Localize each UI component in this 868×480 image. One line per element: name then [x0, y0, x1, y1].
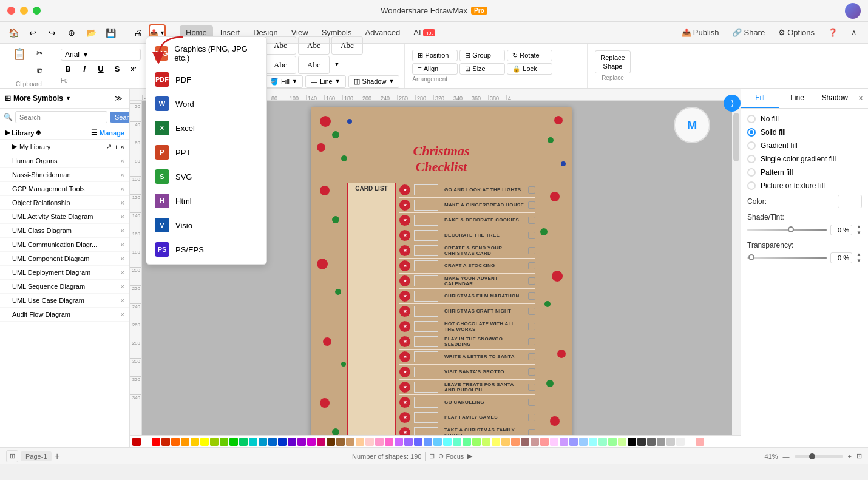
back-icon[interactable]: ↩: [24, 24, 41, 41]
my-lib-add-icon[interactable]: +: [114, 143, 118, 150]
style5-btn[interactable]: Abc: [298, 56, 330, 74]
style4-btn[interactable]: Abc: [265, 56, 296, 74]
search-button[interactable]: Search: [110, 112, 130, 123]
strikethrough-btn[interactable]: S: [110, 63, 124, 76]
color-swatch-#ffcc00[interactable]: [191, 438, 199, 446]
color-swatch-#663300[interactable]: [327, 438, 335, 446]
color-swatch-#99ff66[interactable]: [472, 438, 481, 446]
trans-up-btn[interactable]: ▲: [856, 252, 862, 258]
color-swatch-#9999ff[interactable]: [569, 438, 578, 446]
color-swatch-#6666ff[interactable]: [414, 438, 422, 446]
color-swatch-#0066cc[interactable]: [268, 438, 277, 446]
color-swatch-#9900cc[interactable]: [297, 438, 306, 446]
shade-handle[interactable]: [788, 226, 794, 232]
color-swatch-#ffcccc[interactable]: [365, 438, 374, 446]
superscript-btn[interactable]: x²: [126, 63, 141, 76]
color-swatch-#66ff99[interactable]: [463, 438, 471, 446]
sidebar-item-nassi-shneiderman[interactable]: Nassi-Shneiderman×: [0, 168, 129, 182]
forward-icon[interactable]: ↪: [44, 24, 61, 41]
export-item-ps/eps[interactable]: PS PS/EPS: [146, 237, 266, 262]
zoom-handle[interactable]: [809, 453, 815, 459]
color-swatch-#99ff99[interactable]: [608, 438, 617, 446]
minimize-button[interactable]: [20, 7, 28, 15]
remove-icon[interactable]: ×: [121, 185, 124, 192]
search-input[interactable]: [15, 111, 107, 123]
ci-check[interactable]: [528, 368, 535, 376]
zoom-slider[interactable]: [795, 455, 843, 458]
remove-icon[interactable]: ×: [121, 157, 124, 164]
fill-btn[interactable]: 🪣 Fill ▼: [265, 75, 303, 88]
lock-btn[interactable]: 🔒Lock: [507, 63, 552, 75]
sidebar-item-uml-activity-state-diagram[interactable]: UML Activity State Diagram×: [0, 210, 129, 224]
remove-icon[interactable]: ×: [121, 227, 124, 234]
nav-compass[interactable]: M: [674, 107, 710, 143]
ci-check[interactable]: [528, 308, 535, 315]
color-swatch-#ff9900[interactable]: [181, 438, 189, 446]
paste-icon[interactable]: 📋: [10, 44, 29, 64]
color-swatch-#ffcc66[interactable]: [501, 438, 510, 446]
color-swatch-#0099cc[interactable]: [259, 438, 267, 446]
export-item-ppt[interactable]: P PPT: [146, 140, 266, 164]
page-view-icon[interactable]: ⊞: [6, 450, 18, 462]
color-swatch-#ffcc99[interactable]: [356, 438, 364, 446]
fill-option-single-gradient[interactable]: Single color gradient fill: [747, 155, 862, 163]
color-swatch-#99ffff[interactable]: [589, 438, 597, 446]
color-swatch-#ccff99[interactable]: [618, 438, 626, 446]
shade-input[interactable]: [830, 225, 852, 235]
remove-icon[interactable]: ×: [121, 311, 124, 318]
ci-check[interactable]: [528, 338, 535, 345]
sidebar-item-uml-class-diagram[interactable]: UML Class Diagram×: [0, 224, 129, 238]
color-swatch-#cc2200[interactable]: [161, 438, 170, 446]
color-swatch-#666666[interactable]: [647, 438, 656, 446]
focus-btn[interactable]: ⊕ Focus: [438, 452, 464, 460]
color-swatch-#996666[interactable]: [521, 438, 529, 446]
ci-check[interactable]: [528, 247, 535, 254]
color-swatch-#66ffff[interactable]: [443, 438, 452, 446]
styles-more-icon[interactable]: ▼: [331, 56, 342, 73]
sidebar-item-audit-flow-diagram[interactable]: Audit Flow Diagram×: [0, 308, 129, 322]
my-lib-export-icon[interactable]: ↗: [106, 143, 112, 150]
home-icon[interactable]: 🏠: [5, 24, 22, 41]
sidebar-item-human-organs[interactable]: Human Organs×: [0, 154, 129, 168]
transparency-input[interactable]: [830, 252, 852, 263]
color-swatch-#999999[interactable]: [657, 438, 665, 446]
add-page-btn[interactable]: +: [54, 451, 59, 462]
color-swatch-#00cc66[interactable]: [239, 438, 248, 446]
ci-check[interactable]: [528, 232, 535, 239]
remove-icon[interactable]: ×: [121, 255, 124, 262]
color-swatch-#ffccff[interactable]: [550, 438, 558, 446]
export-item-html[interactable]: H Html: [146, 189, 266, 213]
collapse-btn[interactable]: ∧: [845, 25, 863, 39]
shade-up-btn[interactable]: ▲: [856, 224, 862, 230]
ci-check[interactable]: [528, 277, 535, 285]
panel-arrow[interactable]: ⟩: [724, 95, 741, 112]
ci-check[interactable]: [528, 292, 535, 300]
sidebar-item-uml-component-diagram[interactable]: UML Component Diagram×: [0, 252, 129, 266]
ci-check[interactable]: [528, 201, 535, 209]
color-swatch-#99ffcc[interactable]: [598, 438, 607, 446]
tab-fill[interactable]: Fill: [741, 89, 779, 108]
remove-icon[interactable]: ×: [121, 213, 124, 220]
color-swatch-#cc9966[interactable]: [346, 438, 354, 446]
color-swatch[interactable]: [838, 195, 862, 208]
style3-btn[interactable]: Abc: [331, 36, 363, 55]
fill-picture-radio[interactable]: [747, 181, 756, 190]
open-icon[interactable]: 📂: [83, 24, 100, 41]
print-icon[interactable]: 🖨: [129, 24, 146, 41]
color-swatch-#6699ff[interactable]: [424, 438, 432, 446]
color-swatch-#cc00cc[interactable]: [307, 438, 316, 446]
color-swatch-#00cc00[interactable]: [229, 438, 238, 446]
color-swatch-#ff99cc[interactable]: [375, 438, 384, 446]
color-swatch-#cc9999[interactable]: [531, 438, 539, 446]
color-swatch-#99cc00[interactable]: [210, 438, 219, 446]
new-tab-icon[interactable]: ⊕: [63, 24, 80, 41]
bold-btn[interactable]: B: [61, 63, 75, 76]
color-swatch-#66ccff[interactable]: [433, 438, 442, 446]
page-tab-1[interactable]: Page-1: [21, 451, 52, 461]
shade-down-btn[interactable]: ▼: [856, 230, 862, 236]
transparency-slider[interactable]: [747, 257, 827, 259]
line-btn[interactable]: — Line ▼: [305, 75, 346, 88]
remove-icon[interactable]: ×: [121, 269, 124, 276]
group-btn[interactable]: ⊟Group: [459, 50, 505, 61]
size-btn[interactable]: ⊡Size: [459, 63, 505, 75]
